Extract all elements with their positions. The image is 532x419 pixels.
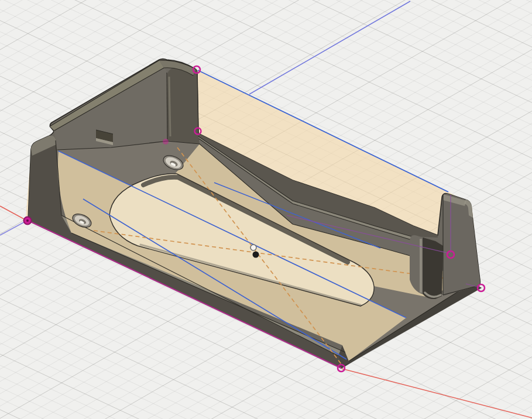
notch-slot-interior[interactable] (423, 238, 443, 299)
grid-minor-line-f1 (0, 0, 532, 74)
grid-minor-line-f0 (0, 387, 532, 419)
grid-major-line-f0 (0, 410, 532, 419)
x-axis-segment-right[interactable] (342, 369, 532, 418)
grid-minor-line-f0 (0, 0, 532, 114)
grid-minor-line-f0 (0, 0, 532, 91)
cad-application-window (0, 0, 532, 419)
sketch-origin-marker[interactable] (250, 245, 256, 250)
grid-minor-line-f0 (0, 0, 532, 58)
grid-major-line-f1 (0, 0, 532, 50)
center-point[interactable] (253, 252, 259, 258)
grid-minor-line-f0 (0, 0, 532, 36)
edge-back-wall-corner-fillet (169, 77, 170, 136)
grid-major-line-f0 (0, 0, 532, 47)
grid-minor-line-f0 (0, 399, 532, 419)
grid-minor-line-f0 (0, 365, 532, 419)
x-axis-segment-left[interactable] (0, 206, 27, 221)
grid-minor-line-f1 (0, 345, 532, 419)
grid-minor-line-f1 (0, 0, 532, 99)
origin-point-inner (26, 219, 29, 222)
sketch-point-hidden[interactable] (163, 139, 169, 145)
cad-viewport[interactable] (0, 0, 532, 419)
